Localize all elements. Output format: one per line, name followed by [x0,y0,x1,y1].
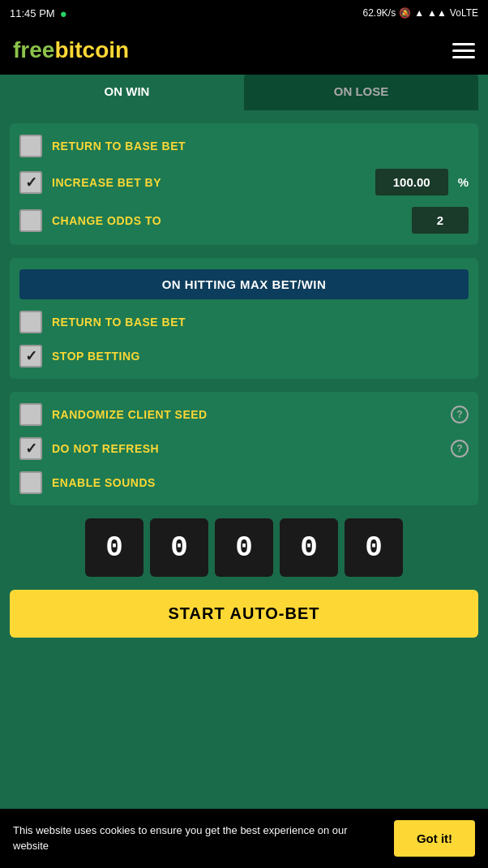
increase-bet-checkbox[interactable] [19,171,42,194]
randomize-seed-row: RANDOMIZE CLIENT SEED ? [19,403,469,426]
cookie-banner: This website uses cookies to ensure you … [0,809,488,868]
enable-sounds-checkbox[interactable] [19,471,42,494]
enable-sounds-row: ENABLE SOUNDS [19,471,469,494]
digit-0: 0 [85,518,143,577]
return-base-bet-label: RETURN TO BASE BET [52,140,469,153]
app-header: freebitcoin [0,26,488,75]
return-base-bet-2-label: RETURN TO BASE BET [52,316,469,329]
do-not-refresh-help-icon[interactable]: ? [451,440,469,458]
start-auto-bet-button[interactable]: START AUTO-BET [10,590,478,638]
return-base-bet-2-row: RETURN TO BASE BET [19,311,469,333]
change-odds-checkbox[interactable] [19,209,42,232]
max-bet-card: ON HITTING MAX BET/WIN RETURN TO BASE BE… [10,258,478,379]
return-base-bet-row: RETURN TO BASE BET [19,135,469,157]
change-odds-row: CHANGE ODDS TO [19,207,469,234]
main-content: ON WIN ON LOSE RETURN TO BASE BET INCREA… [0,75,488,868]
return-base-bet-checkbox[interactable] [19,135,42,157]
status-bar: 11:45 PM ● 62.9K/s 🔕 ▲ ▲▲ VoLTE [0,0,488,26]
max-bet-header: ON HITTING MAX BET/WIN [19,269,469,299]
change-odds-input[interactable] [412,207,469,234]
logo-free: free [13,37,54,62]
increase-bet-input[interactable] [375,169,448,196]
whatsapp-icon: ● [60,6,67,20]
hamburger-line-3 [452,56,475,58]
time-display: 11:45 PM [10,7,55,19]
increase-bet-label: INCREASE BET BY [52,176,366,189]
hamburger-line-2 [452,49,475,52]
stop-betting-checkbox[interactable] [19,345,42,367]
tab-on-lose[interactable]: ON LOSE [244,75,478,110]
hamburger-line-1 [452,43,475,45]
settings-card: RANDOMIZE CLIENT SEED ? DO NOT REFRESH ?… [10,392,478,505]
do-not-refresh-checkbox[interactable] [19,437,42,460]
digit-2: 0 [215,518,273,577]
enable-sounds-label: ENABLE SOUNDS [52,476,469,489]
stop-betting-row: STOP BETTING [19,345,469,367]
digit-counter: 0 0 0 0 0 [10,518,478,577]
network-speed: 62.9K/s [363,7,396,19]
stop-betting-label: STOP BETTING [52,350,469,363]
increase-bet-row: INCREASE BET BY % [19,169,469,196]
change-odds-label: CHANGE ODDS TO [52,214,402,227]
tab-on-win[interactable]: ON WIN [10,75,244,110]
randomize-seed-checkbox[interactable] [19,403,42,426]
on-win-card: RETURN TO BASE BET INCREASE BET BY % CHA… [10,123,478,245]
digit-1: 0 [150,518,208,577]
win-lose-tabs: ON WIN ON LOSE [10,75,478,110]
logo-bitcoin: bitcoin [54,37,129,62]
bell-icon: 🔕 [399,7,411,19]
logo: freebitcoin [13,37,129,63]
cookie-text: This website uses cookies to ensure you … [13,823,381,853]
got-it-button[interactable]: Got it! [394,820,475,857]
digit-3: 0 [280,518,338,577]
randomize-seed-label: RANDOMIZE CLIENT SEED [52,408,441,421]
randomize-seed-help-icon[interactable]: ? [451,406,469,423]
return-base-bet-2-checkbox[interactable] [19,311,42,333]
digit-4: 0 [345,518,403,577]
hamburger-menu[interactable] [452,43,475,58]
do-not-refresh-row: DO NOT REFRESH ? [19,437,469,460]
do-not-refresh-label: DO NOT REFRESH [52,442,441,455]
carrier-label: VoLTE [450,7,478,19]
percent-label: % [458,175,469,189]
signal-icon: ▲▲ [427,7,447,19]
wifi-icon: ▲ [414,7,424,19]
